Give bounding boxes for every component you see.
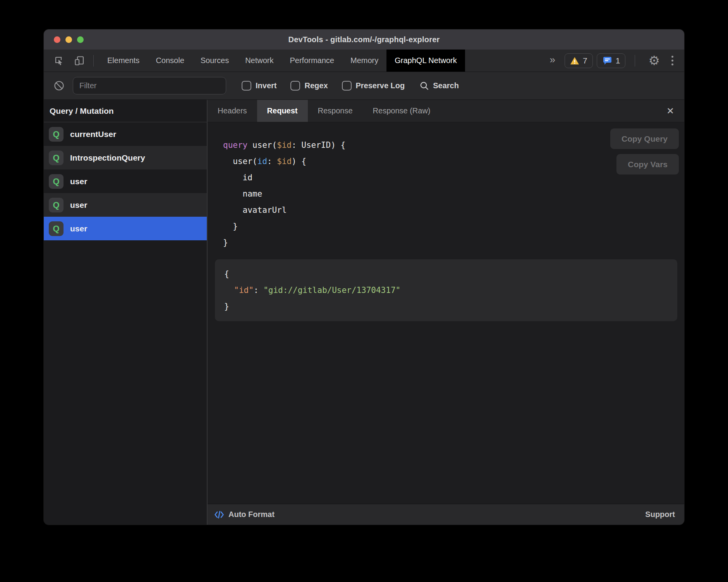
code-brackets-icon [214, 510, 225, 520]
query-list-item[interactable]: Q currentUser [44, 122, 207, 146]
detail-footer: Auto Format Support [208, 504, 684, 525]
toolbar-left-icons [44, 50, 88, 72]
query-name: user [70, 177, 87, 186]
filter-checkbox[interactable]: Invert [242, 81, 276, 91]
filter-checkbox[interactable]: Preserve Log [342, 81, 405, 91]
window-title: DevTools - gitlab.com/-/graphql-explorer [288, 35, 440, 44]
search-control[interactable]: Search [419, 81, 459, 91]
request-variables-code: { "id": "gid://gitlab/User/13704317"} [224, 266, 668, 315]
copy-vars-button[interactable]: Copy Vars [616, 154, 679, 175]
detail-panel: Headers Request Response Response (Raw) … [207, 100, 684, 525]
more-tabs-chevron-icon[interactable]: » [548, 54, 561, 67]
request-detail-body: query user($id: UserID) { user(id: $id) … [208, 122, 684, 504]
query-name: IntrospectionQuery [70, 153, 145, 163]
issues-count: 1 [616, 56, 620, 65]
checkbox-icon [290, 81, 300, 91]
query-list: Q currentUser Q IntrospectionQuery Q use… [44, 122, 207, 240]
traffic-lights [54, 29, 84, 50]
panel-tab[interactable]: Console [148, 50, 192, 72]
auto-format-label: Auto Format [228, 510, 275, 519]
panel-tab[interactable]: Performance [282, 50, 343, 72]
query-list-sidebar: Query / Mutation Q currentUser Q Introsp… [44, 100, 207, 525]
query-type-badge: Q [49, 174, 64, 189]
devtools-toolbar: Elements Console Sources Network Perform… [44, 50, 684, 72]
inspect-element-icon[interactable] [54, 55, 65, 66]
warning-icon [570, 56, 579, 65]
checkbox-label: Invert [256, 81, 276, 90]
panel-tab[interactable]: GraphQL Network [386, 50, 465, 72]
message-icon [602, 56, 612, 65]
close-panel-icon[interactable]: ✕ [666, 100, 684, 122]
search-icon [419, 81, 429, 91]
query-list-item[interactable]: Q user [44, 169, 207, 193]
toolbar-separator [93, 55, 94, 67]
query-name: user [70, 200, 87, 210]
minimize-window-button[interactable] [65, 36, 72, 43]
panel-tab[interactable]: Elements [99, 50, 148, 72]
checkbox-label: Preserve Log [356, 81, 405, 90]
panel-tab[interactable]: Sources [192, 50, 237, 72]
more-options-kebab-icon[interactable] [668, 56, 677, 65]
auto-format-button[interactable]: Auto Format [214, 510, 275, 520]
filter-checkboxes: Invert Regex Preserve Log [242, 81, 405, 91]
checkbox-icon [242, 81, 251, 91]
title-bar: DevTools - gitlab.com/-/graphql-explorer [44, 29, 684, 50]
zoom-window-button[interactable] [77, 36, 84, 43]
sidebar-header: Query / Mutation [44, 100, 207, 122]
close-window-button[interactable] [54, 36, 60, 43]
checkbox-label: Regex [304, 81, 328, 90]
detail-tab[interactable]: Response (Raw) [363, 100, 441, 122]
panel-tab[interactable]: Memory [342, 50, 386, 72]
issues-badge[interactable]: 1 [597, 53, 626, 68]
detail-tab[interactable]: Response [308, 100, 363, 122]
query-type-badge: Q [49, 198, 64, 212]
device-toolbar-icon[interactable] [74, 55, 85, 66]
network-filter-bar: Invert Regex Preserve Log S [44, 72, 684, 100]
detail-tab[interactable]: Headers [208, 100, 257, 122]
toolbar-right: » 7 [548, 50, 684, 72]
search-label: Search [433, 81, 459, 90]
query-list-item[interactable]: Q user [44, 193, 207, 217]
request-variables-box: { "id": "gid://gitlab/User/13704317"} [215, 259, 677, 321]
block-clear-icon[interactable] [54, 80, 64, 91]
panel-tabs: Elements Console Sources Network Perform… [99, 50, 465, 72]
content-area: Query / Mutation Q currentUser Q Introsp… [44, 100, 684, 525]
panel-tab[interactable]: Network [237, 50, 282, 72]
detail-tabs: Headers Request Response Response (Raw) … [208, 100, 684, 122]
query-name: currentUser [70, 130, 116, 139]
filter-input[interactable] [73, 77, 226, 94]
checkbox-icon [342, 81, 352, 91]
warning-count: 7 [583, 56, 587, 65]
settings-gear-icon[interactable]: ⚙ [644, 54, 664, 67]
query-list-item[interactable]: Q IntrospectionQuery [44, 146, 207, 169]
query-type-badge: Q [49, 151, 64, 165]
detail-tab[interactable]: Request [257, 100, 308, 122]
copy-query-button[interactable]: Copy Query [610, 128, 679, 149]
support-link[interactable]: Support [645, 510, 675, 519]
toolbar-right-separator [635, 55, 635, 67]
filter-checkbox[interactable]: Regex [290, 81, 328, 91]
query-type-badge: Q [49, 221, 64, 236]
devtools-window: DevTools - gitlab.com/-/graphql-explorer [44, 29, 684, 525]
query-type-badge: Q [49, 127, 64, 142]
query-list-item[interactable]: Q user [44, 217, 207, 240]
query-name: user [70, 224, 87, 233]
warnings-badge[interactable]: 7 [565, 53, 593, 68]
copy-buttons: Copy Query Copy Vars [610, 128, 679, 175]
